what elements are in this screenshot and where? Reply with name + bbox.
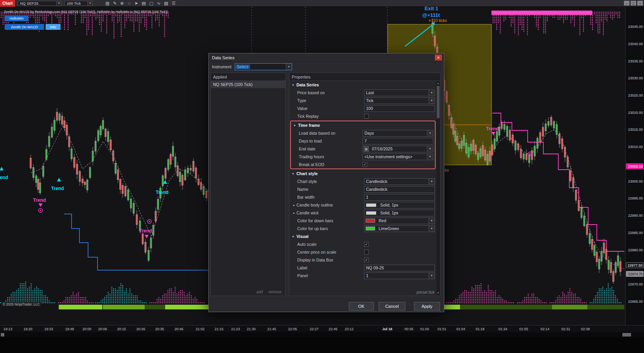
- color-for-up-bars-control[interactable]: LimeGreen▼: [364, 225, 435, 232]
- category-visual[interactable]: ▼Visual: [289, 232, 436, 240]
- auto-scale-control[interactable]: ✓: [364, 242, 435, 247]
- draw-tool-icon[interactable]: ✎: [113, 1, 116, 6]
- type-control[interactable]: Tick▼: [364, 97, 435, 104]
- window-controls: —▢×: [624, 1, 643, 5]
- display-in-data-box-control[interactable]: ✓: [364, 258, 435, 262]
- label-control[interactable]: NQ 09-25: [364, 265, 435, 271]
- prop-row-tick-replay: Tick Replay: [289, 112, 436, 120]
- properties-header: Properties: [289, 73, 440, 81]
- close-button[interactable]: ×: [637, 1, 643, 5]
- panel-control[interactable]: 1▼: [364, 273, 435, 279]
- scroll-down-arrow[interactable]: ▼: [436, 291, 440, 295]
- time-label: 01:01: [438, 327, 447, 331]
- time-label: 00:35: [405, 327, 414, 331]
- time-label: 01:18: [476, 327, 485, 331]
- price-label: 23015.00: [628, 128, 643, 132]
- instrument-selector-value: NQ SEP25: [18, 1, 56, 5]
- indicator-icon[interactable]: ∿: [157, 1, 160, 6]
- cursor-icon[interactable]: ➤: [134, 1, 138, 6]
- dialog-close-button[interactable]: ✕: [435, 55, 442, 60]
- prop-row-auto-scale: Auto scale✓: [289, 240, 436, 248]
- time-axis[interactable]: 19:1319:2019:3319:4820:0020:0620:1520:26…: [0, 325, 644, 332]
- price-axis[interactable]: 23045.0023040.0023035.0023030.0023025.00…: [625, 7, 644, 325]
- applied-panel: Applied NQ SEP25 (100 Tick) add remove: [210, 73, 286, 296]
- maximize-button[interactable]: ▢: [631, 1, 636, 5]
- scrollbar-right-stub[interactable]: [622, 333, 631, 337]
- chevron-down-icon: ▼: [87, 1, 92, 5]
- time-label: 19:33: [44, 327, 53, 331]
- category-data-series[interactable]: ▼Data Series: [289, 81, 436, 89]
- break-at-eod-checkbox: ✓: [362, 162, 367, 167]
- minimize-button[interactable]: —: [624, 1, 629, 5]
- instrument-selector[interactable]: NQ SEP25 ▼: [18, 1, 62, 6]
- data-series-dialog: Data Series ✕ Instrument Select ▼ Applie…: [208, 53, 444, 312]
- time-label: 21:02: [196, 327, 205, 331]
- chevron-down-icon: ▼: [429, 98, 434, 104]
- category-time-frame[interactable]: ▼Time frame: [291, 121, 435, 129]
- applied-series-item[interactable]: NQ SEP25 (100 Tick): [211, 81, 285, 88]
- price-based-on-control[interactable]: Last▼: [364, 90, 435, 96]
- scroll-up-arrow[interactable]: ▲: [436, 81, 440, 86]
- remove-link[interactable]: remove: [269, 290, 282, 294]
- trading-hours-control[interactable]: <Use instrument settings>▼: [362, 154, 433, 160]
- value-control[interactable]: 100: [364, 105, 435, 112]
- name-control[interactable]: Candlestick: [364, 186, 435, 193]
- properties-icon[interactable]: ☰: [172, 1, 176, 6]
- applied-list: NQ SEP25 (100 Tick): [211, 81, 285, 88]
- expand-caret-icon[interactable]: ▸: [293, 211, 295, 215]
- collapse-caret-icon: ▼: [292, 235, 294, 238]
- bar-width-control[interactable]: 1: [364, 194, 435, 201]
- prop-row-chart-style: Chart styleCandlestick▼: [289, 177, 436, 185]
- price-label: 22990.00: [628, 214, 643, 218]
- prop-row-trading-hours: Trading hours<Use instrument settings>▼: [291, 153, 435, 161]
- dialog-instrument-value: Select: [236, 64, 250, 69]
- auto-scale-checkbox: ✓: [364, 242, 369, 247]
- tick-replay-control[interactable]: [364, 114, 435, 119]
- section-chart-style: ▼Chart styleChart styleCandlestick▼NameC…: [289, 170, 436, 232]
- scrollbar-thumb[interactable]: [437, 86, 440, 118]
- section-time-frame: ▼Time frameLoad data based onDays▼Days t…: [290, 121, 436, 169]
- hellowin-button[interactable]: HelloWin: [5, 15, 28, 21]
- zenith-on-macd-button[interactable]: Zenith On MACD: [5, 24, 44, 30]
- load-data-based-on-control[interactable]: Days▼: [362, 130, 433, 137]
- chart-style-control[interactable]: Candlestick▼: [364, 178, 435, 185]
- candle-wick-control[interactable]: Solid, 1px: [364, 210, 435, 216]
- zoom-in-icon[interactable]: ⊕: [120, 1, 124, 6]
- chart-trader-icon[interactable]: ▧: [164, 1, 168, 6]
- dialog-title: Data Series: [212, 55, 234, 60]
- dialog-instrument-select[interactable]: Select ▼: [235, 63, 292, 70]
- chevron-down-icon: ▼: [427, 130, 433, 136]
- candle-body-outline-control[interactable]: Solid, 1px: [364, 202, 435, 209]
- category-chart-style[interactable]: ▼Chart style: [289, 170, 436, 177]
- time-label: 21:23: [231, 327, 240, 331]
- add-remove-links: add remove: [256, 290, 282, 294]
- color-for-down-bars-control[interactable]: Red▼: [364, 218, 435, 224]
- add-link[interactable]: add: [256, 290, 263, 294]
- chart-type-icon[interactable]: ▥: [105, 1, 109, 6]
- data-box-icon[interactable]: ▤: [142, 1, 145, 6]
- scrollbar-left-stub[interactable]: [1, 333, 4, 337]
- expand-caret-icon[interactable]: ▸: [293, 203, 295, 207]
- prop-row-color-for-down-bars: Color for down barsRed▼: [289, 217, 436, 225]
- preset-link[interactable]: preset tick: [416, 290, 434, 294]
- zoom-out-icon[interactable]: ⊖: [127, 1, 131, 6]
- new-window-icon[interactable]: ▢: [149, 1, 153, 6]
- end-date-control[interactable]: ▦07/16/2025▼: [362, 146, 433, 152]
- properties-scrollbar[interactable]: ▲ ▼: [436, 81, 440, 295]
- break-at-eod-control[interactable]: ✓: [362, 162, 433, 167]
- info-button[interactable]: Info: [46, 24, 61, 30]
- time-label: 20:06: [98, 327, 107, 331]
- days-to-load-control[interactable]: 7: [362, 138, 433, 144]
- svg-text:@+111t: @+111t: [422, 12, 440, 18]
- cancel-button[interactable]: Cancel: [379, 302, 405, 311]
- collapse-caret-icon: ▼: [292, 84, 294, 86]
- center-price-on-scale-checkbox: [364, 250, 369, 254]
- interval-selector[interactable]: 100 Tick ▼: [64, 1, 93, 6]
- svg-text:Trend: Trend: [156, 190, 169, 195]
- center-price-on-scale-control[interactable]: [364, 250, 435, 254]
- dialog-title-bar[interactable]: Data Series: [209, 53, 444, 62]
- horizontal-scrollbar[interactable]: [0, 332, 644, 337]
- ok-button[interactable]: OK: [349, 302, 374, 311]
- apply-button[interactable]: Apply: [414, 302, 440, 311]
- time-label: 01:55: [519, 327, 528, 331]
